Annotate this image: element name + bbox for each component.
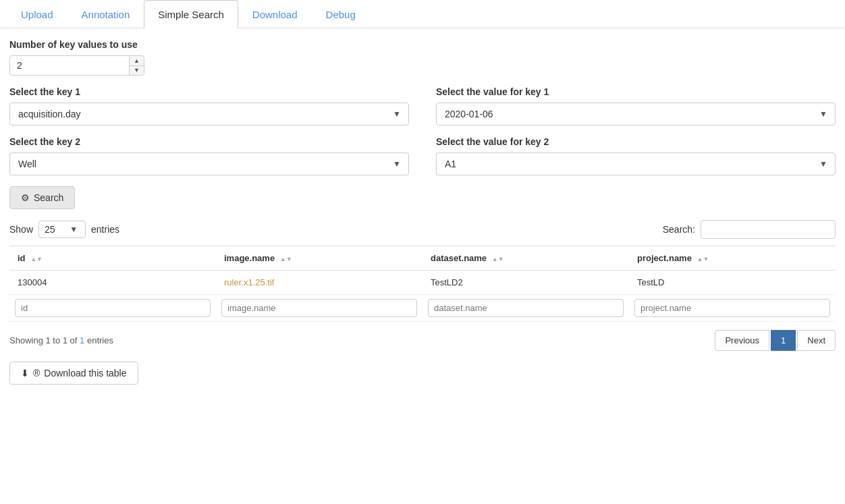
tab-bar: Upload Annotation Simple Search Download… xyxy=(0,0,845,28)
sort-arrows-image-name: ▲▼ xyxy=(280,256,292,262)
search-button[interactable]: ⚙ Search xyxy=(9,186,75,209)
show-entries-control: Show 10 25 50 100 ▼ entries xyxy=(9,221,119,238)
search-icon: ⚙ xyxy=(21,192,30,203)
key2-label: Select the key 2 xyxy=(9,136,409,147)
next-button[interactable]: Next xyxy=(797,330,836,351)
table-header-row: id ▲▼ image.name ▲▼ dataset.name ▲▼ proj… xyxy=(9,246,836,271)
table-search-input[interactable] xyxy=(701,220,836,239)
table-search-box: Search: xyxy=(663,220,836,239)
tab-download[interactable]: Download xyxy=(238,0,312,28)
download-icon: ⬇ xyxy=(21,368,29,379)
sort-arrows-dataset-name: ▲▼ xyxy=(492,256,504,262)
table-search-label: Search: xyxy=(663,224,695,235)
filter-image-name[interactable] xyxy=(221,299,417,317)
tab-simple-search[interactable]: Simple Search xyxy=(144,0,238,28)
tab-upload[interactable]: Upload xyxy=(7,0,67,28)
show-label: Show xyxy=(9,224,33,235)
table-filter-row xyxy=(9,295,836,322)
download-button-label: Download this table xyxy=(44,368,126,379)
prev-button[interactable]: Previous xyxy=(715,330,769,351)
entries-per-page-select[interactable]: 10 25 50 100 xyxy=(38,221,86,238)
key1-label: Select the key 1 xyxy=(9,86,409,97)
num-keys-label: Number of key values to use xyxy=(9,39,836,50)
col-header-project-name[interactable]: project.name ▲▼ xyxy=(629,246,836,271)
value2-label: Select the value for key 2 xyxy=(436,136,836,147)
table-row: 130004 ruler.x1.25.tif TestLD2 TestLD xyxy=(9,271,836,295)
filter-id[interactable] xyxy=(15,299,211,317)
key1-select[interactable]: acquisition.day Well project.name xyxy=(9,103,409,125)
key2-select[interactable]: acquisition.day Well project.name xyxy=(9,152,409,175)
filter-dataset-name[interactable] xyxy=(428,299,624,317)
sort-arrows-project-name: ▲▼ xyxy=(697,256,709,262)
tab-debug[interactable]: Debug xyxy=(312,0,370,28)
sort-arrows-id: ▲▼ xyxy=(30,256,43,262)
entries-label: entries xyxy=(91,224,119,235)
col-header-image-name[interactable]: image.name ▲▼ xyxy=(216,246,422,271)
num-keys-increment[interactable]: ▲ xyxy=(130,56,144,66)
cell-dataset-name: TestLD2 xyxy=(422,271,629,295)
num-keys-decrement[interactable]: ▼ xyxy=(130,66,144,76)
cell-id: 130004 xyxy=(9,271,216,295)
value2-select[interactable]: A1 xyxy=(436,152,836,175)
cell-project-name: TestLD xyxy=(629,271,836,295)
col-header-dataset-name[interactable]: dataset.name ▲▼ xyxy=(422,246,629,271)
registered-icon: ® xyxy=(33,368,40,379)
value1-label: Select the value for key 1 xyxy=(436,86,836,97)
pagination-controls: Previous 1 Next xyxy=(715,330,836,351)
showing-text: Showing 1 to 1 of 1 entries xyxy=(9,335,113,345)
value1-select[interactable]: 2020-01-06 xyxy=(436,103,836,125)
col-header-id[interactable]: id ▲▼ xyxy=(9,246,216,271)
cell-image-name: ruler.x1.25.tif xyxy=(216,271,422,295)
data-table: id ▲▼ image.name ▲▼ dataset.name ▲▼ proj… xyxy=(9,246,836,322)
tab-annotation[interactable]: Annotation xyxy=(67,0,144,28)
download-table-button[interactable]: ⬇ ® Download this table xyxy=(9,362,138,385)
filter-project-name[interactable] xyxy=(634,299,830,317)
search-button-label: Search xyxy=(34,192,63,203)
num-keys-input[interactable] xyxy=(9,55,144,76)
page-1-button[interactable]: 1 xyxy=(771,330,796,351)
